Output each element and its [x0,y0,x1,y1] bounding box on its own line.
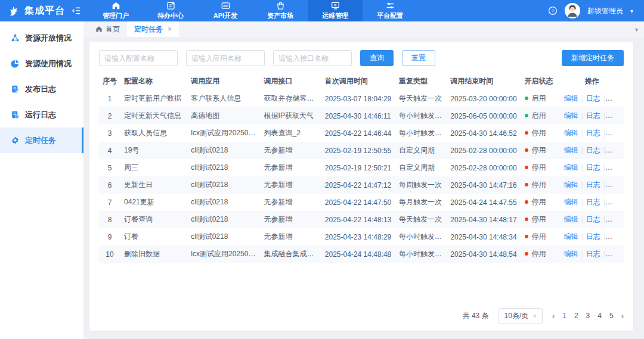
nav-item-todo-center[interactable]: 待办中心 [143,0,198,21]
more-caret-icon: ▾ [623,234,624,240]
cell-status: 停用 [521,194,561,211]
sidebar-item-resource-open[interactable]: 资源开放情况 [0,25,83,51]
action-divider: | [603,111,605,120]
log-link[interactable]: 日志 [586,181,600,189]
edit-link[interactable]: 编辑 [564,94,578,102]
cell-repeat-type: 每小时触发一次 [395,107,447,125]
main-area: 首页定时任务× ▾ 查询 重置 新增定时任务 [83,21,644,339]
edit-link[interactable]: 编辑 [564,163,578,172]
cell-app: lcx测试应用20250214 [187,245,260,263]
cell-first-time: 2025-04-24 14:48:48 [321,245,395,263]
log-link[interactable]: 日志 [586,198,600,206]
edit-link[interactable]: 编辑 [564,146,578,154]
page-number-3[interactable]: 3 [586,312,590,320]
nav-item-ops-management[interactable]: 运维管理 [308,0,363,21]
nav-item-platform-config[interactable]: 平台配置 [363,0,417,21]
edit-link[interactable]: 编辑 [564,232,578,241]
cell-config-name: 更新生日 [120,176,187,194]
next-page-button[interactable]: › [621,312,624,321]
page-number-5[interactable]: 5 [609,312,614,320]
edit-link[interactable]: 编辑 [564,111,578,120]
action-divider: | [581,232,583,241]
sidebar-collapse-icon[interactable] [72,7,81,15]
cell-first-time: 2025-04-30 14:46:11 [321,107,395,125]
gear-icon [11,136,20,145]
more-caret-icon: ▾ [623,165,624,171]
status-text: 停用 [532,232,546,241]
cell-api: 无参新增 [261,211,321,228]
tab-close-icon[interactable]: × [168,25,172,33]
cell-repeat-type: 每小时触发一次 [395,245,447,263]
cell-end-time: 2025-02-28 00:00:00 [447,159,521,176]
tab-list-caret-icon[interactable]: ▾ [635,26,638,33]
cell-app: cll测试0218 [187,194,260,211]
cell-actions: 编辑|日志|更多 ▾ [561,228,624,245]
cell-first-time: 2025-04-22 14:47:50 [321,194,395,211]
cell-end-time: 2025-06-05 00:00:00 [447,107,521,125]
sidebar-item-resource-usage[interactable]: 资源使用情况 [0,51,83,76]
user-name[interactable]: 超级管理员 [587,6,623,16]
page-number-1[interactable]: 1 [562,312,566,320]
page-number-2[interactable]: 2 [574,312,578,320]
log-link[interactable]: 日志 [586,232,600,241]
status-dot [525,166,528,169]
help-icon[interactable]: ? [548,6,558,15]
tab-home[interactable]: 首页 [88,21,127,37]
sidebar-item-run-log[interactable]: 运行日志 [0,102,83,127]
cell-config-name: 删除旧数据 [120,245,187,263]
status-dot [525,183,528,186]
cell-config-name: 定时更新用户数据 [120,90,187,107]
timer-task-panel: 查询 重置 新增定时任务 序号配置名称调用应用调用接口首次调用时间重复类型调用结… [89,42,633,331]
more-caret-icon: ▾ [623,96,624,102]
log-link[interactable]: 日志 [586,94,600,102]
log-link[interactable]: 日志 [586,111,600,120]
cell-no: 1 [99,90,120,107]
cell-end-time: 2025-04-30 14:46:52 [447,125,521,142]
user-menu-caret-icon[interactable]: ▾ [630,8,633,14]
log-link[interactable]: 日志 [586,215,600,223]
edit-link[interactable]: 编辑 [564,198,578,206]
log-link[interactable]: 日志 [586,146,600,154]
sidebar-item-publish-log[interactable]: 发布日志 [0,76,83,102]
add-timer-task-button[interactable]: 新增定时任务 [562,50,624,66]
nav-item-portal[interactable]: 管理门户 [88,0,143,21]
search-button[interactable]: 查询 [360,50,394,66]
action-divider: | [603,232,605,241]
page-number-4[interactable]: 4 [597,312,602,320]
prev-page-button[interactable]: ‹ [552,312,555,321]
api-name-input[interactable] [273,50,352,66]
status-dot [525,252,528,256]
log-link[interactable]: 日志 [586,250,600,258]
edit-link[interactable]: 编辑 [564,250,578,258]
status-text: 停用 [532,146,546,154]
avatar[interactable] [565,3,580,18]
app-name-input[interactable] [186,50,265,66]
cell-config-name: 0421更新 [120,194,187,211]
column-header: 配置名称 [120,72,187,90]
sidebar-item-timer-task[interactable]: 定时任务 [0,127,83,153]
edit-link[interactable]: 编辑 [564,181,578,189]
cell-config-name: 获取人员信息 [120,125,187,142]
log-link[interactable]: 日志 [586,163,600,172]
action-divider: | [603,146,605,154]
edit-link[interactable]: 编辑 [564,129,578,137]
cell-config-name: 19号 [120,142,187,159]
more-caret-icon: ▾ [623,182,624,188]
cell-app: 客户联系人信息 [187,90,260,107]
reset-button[interactable]: 重置 [402,50,435,66]
top-bar: 集成平台 管理门户待办中心APIAPI开发资产市场运维管理平台配置 ? 超级管理… [0,0,644,21]
nav-item-api-dev[interactable]: APIAPI开发 [198,0,253,21]
cell-first-time: 2025-03-07 18:04:29 [321,90,395,107]
page-size-caret-icon: ∨ [532,313,537,319]
action-divider: | [603,94,605,102]
tab-timer-task[interactable]: 定时任务× [127,21,179,37]
more-caret-icon: ▾ [623,251,624,257]
config-name-input[interactable] [99,50,178,66]
log-link[interactable]: 日志 [586,129,600,137]
column-header: 操作 [561,72,624,90]
nav-item-asset-market[interactable]: 资产市场 [253,0,308,21]
cell-no: 4 [99,142,120,159]
edit-link[interactable]: 编辑 [564,215,578,223]
page-size-select[interactable]: 10条/页 ∨ [499,308,543,324]
cell-no: 3 [99,125,120,142]
